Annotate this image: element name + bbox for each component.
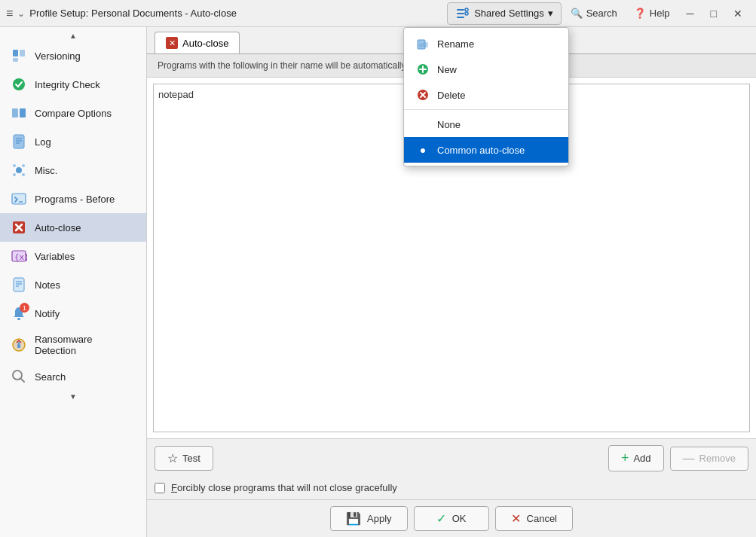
svg-rect-40 bbox=[425, 42, 428, 47]
force-close-label: Forcibly close programs that will not cl… bbox=[171, 482, 397, 493]
sidebar-item-search[interactable]: Search bbox=[0, 362, 146, 391]
cancel-label: Cancel bbox=[527, 513, 557, 524]
svg-line-37 bbox=[21, 379, 25, 383]
notes-icon bbox=[11, 276, 27, 293]
dropdown-item-delete[interactable]: Delete bbox=[404, 82, 568, 108]
sidebar: ▲ Versioning Integrity Check bbox=[0, 27, 147, 537]
none-icon bbox=[416, 117, 430, 131]
close-button[interactable]: ✕ bbox=[726, 5, 750, 23]
ok-icon: ✓ bbox=[436, 511, 446, 526]
svg-rect-12 bbox=[14, 135, 24, 148]
search-button[interactable]: 🔍 Search bbox=[563, 5, 625, 22]
notify-icon: 1 bbox=[11, 305, 27, 322]
apply-label: Apply bbox=[367, 513, 392, 524]
maximize-button[interactable]: □ bbox=[703, 5, 724, 23]
sidebar-scroll-down[interactable]: ▼ bbox=[0, 391, 146, 402]
bottom-toolbar: ☆ Test + Add — Remove bbox=[147, 438, 756, 478]
sidebar-item-misc[interactable]: Misc. bbox=[0, 156, 146, 185]
shared-settings-label: Shared Settings bbox=[474, 8, 544, 19]
dropdown-new-label: New bbox=[437, 64, 457, 75]
search-label: Search bbox=[586, 8, 617, 19]
force-close-checkbox[interactable] bbox=[155, 483, 165, 493]
dropdown-rename-label: Rename bbox=[437, 38, 474, 50]
test-star-icon: ☆ bbox=[167, 451, 178, 465]
tab-close-button[interactable]: ✕ bbox=[166, 37, 178, 49]
svg-rect-1 bbox=[457, 13, 464, 14]
shared-settings-button[interactable]: Shared Settings ▾ bbox=[447, 2, 562, 25]
sidebar-label-notes: Notes bbox=[35, 279, 60, 291]
cancel-icon: ✕ bbox=[511, 511, 521, 526]
ok-label: OK bbox=[452, 513, 467, 524]
minimize-button[interactable]: ─ bbox=[679, 5, 702, 23]
versioning-icon bbox=[11, 47, 27, 64]
help-label: Help bbox=[650, 8, 670, 19]
svg-rect-5 bbox=[13, 50, 18, 56]
svg-point-17 bbox=[13, 164, 16, 167]
remove-button[interactable]: — Remove bbox=[670, 447, 748, 471]
ransomware-icon bbox=[11, 337, 27, 353]
dropdown-item-rename[interactable]: ab Rename bbox=[404, 31, 568, 56]
rename-icon: ab bbox=[416, 37, 430, 50]
dropdown-none-label: None bbox=[437, 119, 461, 130]
notify-badge: 1 bbox=[20, 303, 29, 313]
help-button[interactable]: ❓ Help bbox=[626, 5, 678, 22]
tab-close-icon: ✕ bbox=[169, 38, 176, 48]
integrity-icon bbox=[11, 76, 27, 93]
misc-icon bbox=[11, 162, 27, 178]
auto-close-tab[interactable]: ✕ Auto-close bbox=[155, 32, 240, 53]
dropdown-item-new[interactable]: New bbox=[404, 56, 568, 82]
svg-point-20 bbox=[22, 173, 25, 176]
svg-rect-34 bbox=[17, 344, 20, 348]
svg-rect-28 bbox=[14, 278, 24, 291]
new-icon bbox=[416, 63, 430, 76]
menu-icon[interactable]: ≡ bbox=[6, 7, 13, 20]
add-button[interactable]: + Add bbox=[608, 445, 664, 471]
dropdown-delete-label: Delete bbox=[437, 90, 466, 101]
sidebar-item-integrity-check[interactable]: Integrity Check bbox=[0, 70, 146, 99]
autoclose-icon bbox=[11, 219, 27, 236]
tab-label: Auto-close bbox=[182, 38, 228, 49]
shared-settings-chevron: ▾ bbox=[548, 8, 553, 19]
programs-icon bbox=[11, 191, 27, 207]
shared-settings-icon bbox=[455, 6, 470, 21]
cancel-button[interactable]: ✕ Cancel bbox=[495, 506, 573, 531]
sidebar-item-notify[interactable]: 1 Notify bbox=[0, 299, 146, 328]
svg-point-35 bbox=[18, 342, 20, 344]
apply-icon: 💾 bbox=[346, 511, 361, 526]
force-close-row: Forcibly close programs that will not cl… bbox=[147, 478, 756, 499]
svg-rect-10 bbox=[20, 108, 26, 117]
collapse-chevron[interactable]: ⌄ bbox=[17, 8, 25, 19]
sidebar-label-search: Search bbox=[35, 371, 66, 383]
svg-point-8 bbox=[13, 78, 25, 90]
svg-rect-21 bbox=[12, 194, 26, 204]
variables-icon: {x} bbox=[11, 248, 27, 264]
svg-point-19 bbox=[13, 173, 16, 176]
sidebar-item-programs-before[interactable]: Programs - Before bbox=[0, 185, 146, 213]
window-title: Profile Setup: Personal Documents - Auto… bbox=[29, 8, 237, 19]
svg-point-3 bbox=[465, 8, 468, 11]
ok-button[interactable]: ✓ OK bbox=[414, 506, 489, 531]
sidebar-item-compare-options[interactable]: Compare Options bbox=[0, 99, 146, 127]
svg-rect-2 bbox=[457, 17, 464, 18]
sidebar-item-log[interactable]: Log bbox=[0, 127, 146, 156]
shared-settings-dropdown: ab Rename New Delete None bbox=[403, 27, 569, 166]
dropdown-divider bbox=[404, 109, 568, 110]
dropdown-item-none[interactable]: None bbox=[404, 111, 568, 137]
svg-rect-6 bbox=[20, 50, 25, 56]
sidebar-item-variables[interactable]: {x} Variables bbox=[0, 242, 146, 270]
svg-text:{x}: {x} bbox=[14, 252, 27, 262]
sidebar-item-ransomware-detection[interactable]: Ransomware Detection bbox=[0, 328, 146, 362]
delete-icon bbox=[416, 88, 430, 102]
sidebar-item-auto-close[interactable]: Auto-close bbox=[0, 213, 146, 242]
test-button[interactable]: ☆ Test bbox=[155, 446, 213, 471]
sidebar-label-versioning: Versioning bbox=[35, 50, 81, 62]
dropdown-item-common-auto-close[interactable]: ● Common auto-close bbox=[404, 137, 568, 163]
sidebar-item-versioning[interactable]: Versioning bbox=[0, 41, 146, 70]
add-icon: + bbox=[621, 450, 629, 466]
sidebar-scroll-up[interactable]: ▲ bbox=[0, 30, 146, 41]
sidebar-item-notes[interactable]: Notes bbox=[0, 270, 146, 299]
svg-point-18 bbox=[22, 164, 25, 167]
sidebar-label-misc: Misc. bbox=[35, 165, 57, 176]
add-label: Add bbox=[633, 453, 650, 464]
apply-button[interactable]: 💾 Apply bbox=[330, 506, 408, 531]
